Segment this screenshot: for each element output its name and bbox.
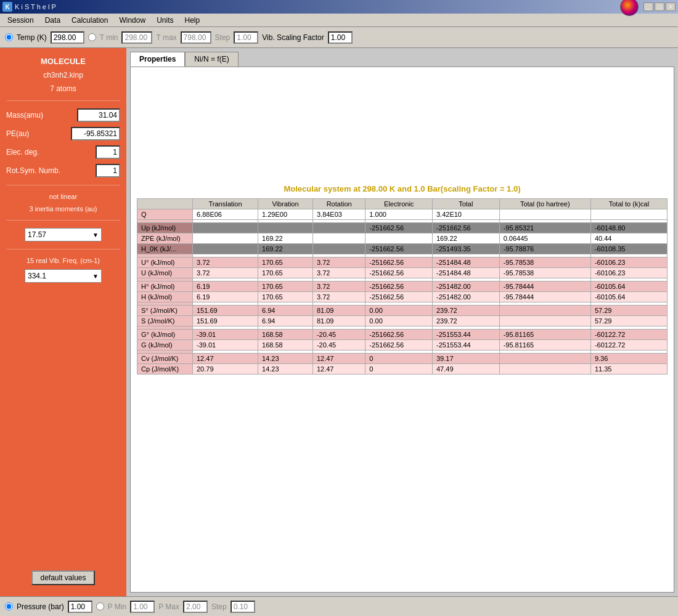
menu-units[interactable]: Units (152, 15, 178, 26)
menu-calculation[interactable]: Calculation (67, 15, 113, 26)
pressure-radio[interactable] (5, 602, 13, 610)
table-cell: 170.65 (258, 292, 313, 302)
close-button[interactable]: × (666, 2, 676, 11)
table-cell: Q (137, 209, 193, 220)
table-cell (312, 233, 365, 244)
menu-help[interactable]: Help (179, 15, 205, 26)
content-area: Properties Ni/N = f(E) Molecular system … (126, 48, 678, 596)
table-cell: 12.47 (312, 364, 365, 375)
table-cell: 57.29 (590, 316, 667, 326)
table-row: Cp (J/mol/K)20.7914.2312.47047.4911.35 (137, 364, 668, 375)
tmax-input[interactable] (181, 31, 211, 44)
table-cell: 3.72 (312, 292, 365, 302)
pmin-radio[interactable] (96, 602, 104, 610)
dropdown2-value: 334.1 (28, 272, 46, 280)
table-cell: 81.09 (312, 306, 365, 316)
pe-label: PE(au) (6, 129, 71, 138)
table-cell: 0.00 (366, 316, 433, 326)
atoms-count: 7 atoms (50, 84, 76, 93)
table-cell: 0.00 (366, 306, 433, 316)
table-cell: -251662.56 (366, 257, 433, 268)
table-cell: 9.36 (590, 354, 667, 364)
table-cell (499, 316, 590, 326)
table-cell: 169.22 (258, 233, 313, 244)
table-cell: -95.85321 (499, 223, 590, 233)
table-cell (258, 223, 313, 233)
table-cell: 1.29E00 (258, 209, 313, 220)
table-cell: U° (kJ/mol) (137, 257, 193, 268)
table-cell: -251662.56 (366, 268, 433, 278)
pmin-input[interactable] (130, 601, 155, 613)
col-header-2: Vibration (258, 199, 313, 209)
step-input[interactable] (234, 31, 258, 44)
elec-input[interactable] (96, 145, 120, 159)
table-cell: 3.42E10 (433, 209, 500, 220)
table-cell: S° (J/mol/K) (137, 306, 193, 316)
temp-input[interactable] (51, 31, 84, 44)
step-label: Step (215, 33, 231, 42)
table-cell: 6.94 (258, 306, 313, 316)
tmin-radio[interactable] (88, 33, 96, 41)
tmax-label: T max (156, 33, 176, 42)
table-cell: 151.69 (193, 306, 258, 316)
temp-radio[interactable] (5, 33, 13, 41)
temp-label: Temp (K) (17, 33, 47, 42)
table-container: Molecular system at 298.00 K and 1.0 Bar… (130, 67, 674, 593)
table-row: H_0K (kJ/...169.22-251662.56-251493.35-9… (137, 244, 668, 254)
menu-window[interactable]: Window (114, 15, 150, 26)
app-icon: K (2, 2, 12, 12)
tmin-input[interactable] (121, 31, 152, 44)
rot-label: Rot.Sym. Numb. (6, 166, 96, 175)
dropdown1[interactable]: 17.57 ▼ (25, 228, 102, 241)
table-cell: 3.72 (312, 282, 365, 292)
logo-icon (620, 0, 639, 16)
pmax-label: P Max (158, 602, 179, 611)
pmax-input[interactable] (183, 601, 208, 613)
default-values-button[interactable]: default values (31, 570, 94, 585)
table-cell: -60106.23 (590, 257, 667, 268)
vib-label: Vib. Scaling Factor (262, 33, 324, 42)
table-cell: -251493.35 (433, 244, 500, 254)
table-cell: S (J/mol/K) (137, 316, 193, 326)
table-cell: -60105.64 (590, 292, 667, 302)
dropdown2[interactable]: 334.1 ▼ (25, 269, 102, 283)
step-bottom-input[interactable] (231, 601, 255, 613)
table-cell: 6.88E06 (193, 209, 258, 220)
table-cell: -251553.44 (433, 330, 500, 340)
table-cell: 3.72 (193, 268, 258, 278)
pressure-input[interactable] (68, 601, 92, 613)
table-cell: 20.79 (193, 364, 258, 375)
col-header-6: Total (to hartree) (499, 199, 590, 209)
elec-label: Elec. deg. (6, 148, 96, 156)
rot-input[interactable] (96, 164, 120, 177)
table-cell: -60108.35 (590, 244, 667, 254)
table-cell: -251662.56 (366, 330, 433, 340)
table-cell: 0.06445 (499, 233, 590, 244)
data-table: Translation Vibration Rotation Electroni… (137, 198, 668, 375)
mass-label: Mass(amu) (6, 111, 77, 120)
table-cell: -95.78538 (499, 268, 590, 278)
tab-properties[interactable]: Properties (130, 52, 185, 67)
table-cell: -60122.72 (590, 340, 667, 351)
table-cell: -251662.56 (366, 292, 433, 302)
menu-data[interactable]: Data (40, 15, 65, 26)
table-cell: 12.47 (312, 354, 365, 364)
table-cell: Cv (J/mol/K) (137, 354, 193, 364)
menu-session[interactable]: Session (2, 15, 39, 26)
mass-input[interactable] (77, 108, 120, 122)
table-cell (499, 354, 590, 364)
table-cell: -251662.56 (366, 244, 433, 254)
tab-ni-n[interactable]: Ni/N = f(E) (185, 52, 238, 67)
maximize-button[interactable]: □ (655, 2, 664, 11)
table-cell: 3.72 (312, 268, 365, 278)
pe-input[interactable] (71, 127, 120, 140)
table-cell: -95.78444 (499, 282, 590, 292)
vib-input[interactable] (328, 31, 353, 44)
table-cell: ZPE (kJ/mol) (137, 233, 193, 244)
table-cell (590, 209, 667, 220)
table-cell (193, 223, 258, 233)
table-row: H° (kJ/mol)6.19170.653.72-251662.56-2514… (137, 282, 668, 292)
minimize-button[interactable]: _ (643, 2, 653, 11)
table-cell: 6.94 (258, 316, 313, 326)
tab-bar: Properties Ni/N = f(E) (130, 52, 674, 67)
